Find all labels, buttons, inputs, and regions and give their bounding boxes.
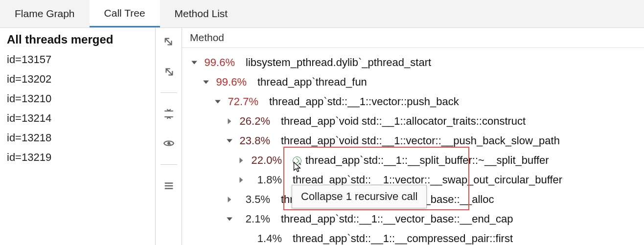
- percentage-value: 1.8%: [247, 174, 290, 186]
- percentage-value: 1.4%: [247, 232, 290, 245]
- chevron-down-icon[interactable]: [189, 59, 200, 66]
- threads-title[interactable]: All threads merged: [7, 33, 147, 46]
- stack-collapse-icon[interactable]: [161, 106, 177, 122]
- percentage-value: 72.7%: [223, 95, 266, 108]
- thread-item[interactable]: id=13218: [7, 132, 147, 144]
- toolbar-separator: [161, 164, 177, 165]
- method-label: thread_app`std::__1::__vector_base::__en…: [278, 213, 513, 225]
- percentage-value: 23.8%: [235, 134, 278, 147]
- method-label: libsystem_pthread.dylib`_pthread_start: [243, 56, 431, 69]
- tree-row[interactable]: 23.8%thread_app`void std::__1::vector::_…: [182, 131, 644, 151]
- tab-call-tree[interactable]: Call Tree: [90, 0, 160, 27]
- percentage-value: 2.1%: [235, 213, 278, 225]
- column-header-method[interactable]: Method: [182, 28, 644, 48]
- toolbar-separator: [161, 92, 177, 93]
- tree-row[interactable]: 2.1%thread_app`std::__1::__vector_base::…: [182, 209, 644, 229]
- chevron-down-icon[interactable]: [224, 137, 235, 144]
- recursive-call-icon[interactable]: [293, 156, 301, 165]
- chevron-right-icon[interactable]: [224, 196, 235, 203]
- main-area: All threads merged id=13157 id=13202 id=…: [0, 28, 644, 245]
- tree-row[interactable]: 26.2%thread_app`void std::__1::allocator…: [182, 111, 644, 131]
- tree-row[interactable]: 72.7%thread_app`std::__1::vector::push_b…: [182, 92, 644, 111]
- chevron-down-icon[interactable]: [212, 98, 223, 105]
- thread-item[interactable]: id=13157: [7, 53, 147, 66]
- eye-icon[interactable]: [161, 135, 177, 152]
- vertical-toolbar: [156, 28, 182, 245]
- chevron-down-icon[interactable]: [224, 216, 235, 223]
- call-tree-pane: Method 99.6%libsystem_pthread.dylib`_pth…: [182, 28, 644, 245]
- percentage-value: 22.0%: [247, 154, 290, 167]
- method-label: thread_app`void std::__1::allocator_trai…: [278, 115, 526, 128]
- tree-row[interactable]: 1.4%thread_app`std::__1::__compressed_pa…: [182, 229, 644, 245]
- method-label: thread_app`std::__1::__compressed_pair::…: [290, 232, 513, 245]
- method-label: thread_app`std::__1::__split_buffer::~__…: [290, 154, 549, 167]
- tree-row[interactable]: 99.6%thread_app`thread_fun: [182, 72, 644, 92]
- chevron-down-icon[interactable]: [201, 79, 211, 86]
- percentage-value: 26.2%: [235, 115, 278, 128]
- thread-item[interactable]: id=13214: [7, 112, 147, 125]
- collapse-up-icon[interactable]: [161, 63, 177, 80]
- method-label: thread_app`void std::__1::vector::__push…: [278, 134, 560, 147]
- percentage-value: 3.5%: [235, 193, 278, 206]
- thread-item[interactable]: id=13210: [7, 92, 147, 105]
- thread-item[interactable]: id=13202: [7, 73, 147, 86]
- recursive-tooltip[interactable]: Collapse 1 recursive call: [292, 185, 427, 208]
- method-label: thread_app`std::__1::vector::push_back: [266, 95, 459, 108]
- chevron-right-icon[interactable]: [236, 177, 247, 183]
- percentage-value: 99.6%: [200, 56, 243, 69]
- tree-body: 99.6%libsystem_pthread.dylib`_pthread_st…: [182, 48, 644, 245]
- thread-item[interactable]: id=13219: [7, 151, 147, 164]
- tab-method-list[interactable]: Method List: [160, 0, 243, 27]
- expand-down-icon[interactable]: [161, 34, 177, 50]
- chevron-right-icon[interactable]: [236, 157, 247, 164]
- list-icon[interactable]: [161, 178, 177, 194]
- tree-row[interactable]: 99.6%libsystem_pthread.dylib`_pthread_st…: [182, 53, 644, 72]
- tab-bar: Flame Graph Call Tree Method List: [0, 0, 644, 28]
- chevron-right-icon[interactable]: [224, 118, 235, 125]
- tab-flame-graph[interactable]: Flame Graph: [0, 0, 90, 27]
- percentage-value: 99.6%: [211, 76, 254, 89]
- method-label: thread_app`thread_fun: [254, 76, 367, 89]
- thread-panel: All threads merged id=13157 id=13202 id=…: [0, 28, 156, 245]
- tree-row[interactable]: 22.0%thread_app`std::__1::__split_buffer…: [182, 151, 644, 170]
